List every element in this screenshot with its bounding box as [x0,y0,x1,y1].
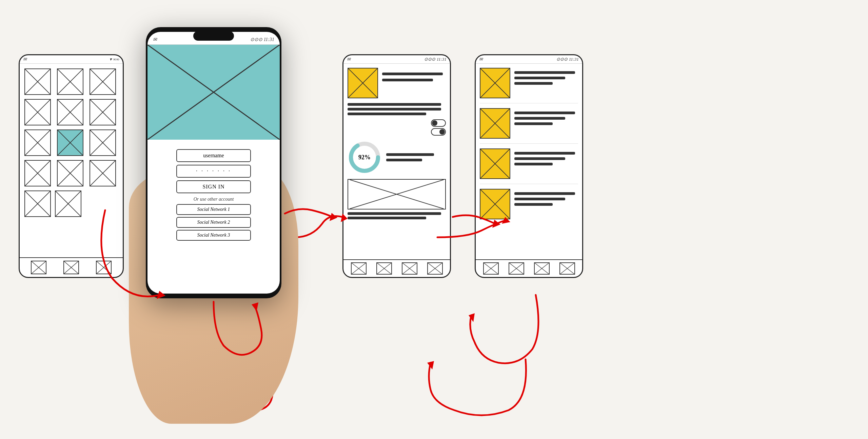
phone2-login-form: username · · · · · · · SIGN IN Or use ot… [147,140,280,250]
social-button-1[interactable]: Social Network 1 [176,204,251,215]
phone4-status-right: ⊙⊙⊙ 11:31 [556,57,579,62]
content-image-1 [348,179,446,209]
phone4-nav-icon-2 [509,262,524,275]
nav-icon-3 [402,262,417,275]
phone4-nav-icon-4 [559,262,575,275]
phone1-icon-grid [20,64,123,222]
svg-marker-59 [469,313,475,322]
toggle-1-row [348,119,446,127]
phone-3-wireframe: ✉ ⊙⊙⊙ 11:31 [342,54,451,278]
phone2-mail-icon: ✉ [153,37,157,42]
profile-info [382,68,446,83]
nav-icon-4 [427,262,443,275]
toggle-2-row [348,128,446,136]
nav-icon-1 [351,262,367,275]
list-item-3 [480,148,578,184]
phone-2-screen: ✉ ⊙⊙⊙ 11:31 username · · · · · · · SIGN … [147,32,280,294]
social-button-2[interactable]: Social Network 2 [176,217,251,228]
phone4-nav-icon-1 [483,262,499,275]
app-icon-4 [24,99,51,125]
password-input[interactable]: · · · · · · · [176,165,251,178]
list-image-2 [480,108,510,139]
phone4-mail-icon: ✉ [479,57,483,62]
app-icon-9 [90,129,116,156]
phone1-dock [20,257,123,277]
list-item-1 [480,68,578,103]
sign-in-button[interactable]: SIGN IN [176,180,251,193]
list-item-2 [480,108,578,144]
phone4-status-bar: ✉ ⊙⊙⊙ 11:31 [476,55,582,64]
phone2-notch [193,31,234,41]
app-icon-12 [90,160,116,186]
app-icon-grid [24,68,118,186]
toggle-1[interactable] [431,119,446,127]
phone3-nav [343,259,450,277]
app-icon-6 [90,99,116,125]
app-icon-2 [57,68,83,95]
list-text-1 [514,68,578,87]
app-icon-1 [24,68,51,95]
app-icon-highlighted[interactable] [57,129,83,156]
phone3-status-bar: ✉ ⊙⊙⊙ 11:31 [343,55,450,64]
username-input[interactable]: username [176,149,251,162]
dock-icon-2 [63,261,79,274]
app-icon-11 [57,160,83,186]
list-image-4 [480,189,510,219]
toggle-2[interactable] [431,128,446,136]
progress-value: 92% [358,154,371,161]
list-text-2 [514,108,578,127]
social-button-3[interactable]: Social Network 3 [176,230,251,241]
phone-1-wireframe: ✉ ▾ ∞∞ [19,54,124,278]
svg-marker-42 [330,213,337,221]
profile-row [348,68,446,98]
dock-icon-3 [96,261,112,274]
list-item-4 [480,189,578,219]
list-image-3 [480,148,510,179]
profile-image [348,68,378,98]
phone4-nav-icon-3 [534,262,550,275]
phone-4-wireframe: ✉ ⊙⊙⊙ 11:31 [475,54,583,278]
app-icon-14 [55,191,81,217]
phone3-mail-icon: ✉ [347,57,351,62]
phone1-status-right: ▾ ∞∞ [110,57,119,62]
app-icon-5 [57,99,83,125]
phone3-status-right: ⊙⊙⊙ 11:31 [424,57,447,62]
phone2-hero-image [147,45,280,140]
phone3-content: 92% [343,64,450,225]
wireframes-scene: ✉ ▾ ∞∞ [0,0,868,439]
app-icon-13 [24,191,51,217]
app-icon-10 [24,160,51,186]
nav-icon-2 [376,262,392,275]
app-icon-3 [90,68,116,95]
or-text: Or use other account [158,197,270,202]
icon-row-5 [24,191,118,217]
phone1-status-bar: ✉ ▾ ∞∞ [20,55,123,64]
phone4-content [476,64,582,223]
svg-marker-4 [427,361,434,370]
phone4-nav [476,259,582,277]
list-text-4 [514,189,578,208]
phone1-mail-icon: ✉ [23,57,27,62]
phone2-status-right: ⊙⊙⊙ 11:31 [250,37,274,42]
dock-icon-1 [31,261,46,274]
app-icon-7 [24,129,51,156]
list-image-1 [480,68,510,98]
chart-row: 92% [348,140,446,174]
chart-legend [386,151,446,163]
phone-2-outer: ✉ ⊙⊙⊙ 11:31 username · · · · · · · SIGN … [146,27,281,298]
progress-chart: 92% [348,140,381,174]
list-text-3 [514,148,578,167]
